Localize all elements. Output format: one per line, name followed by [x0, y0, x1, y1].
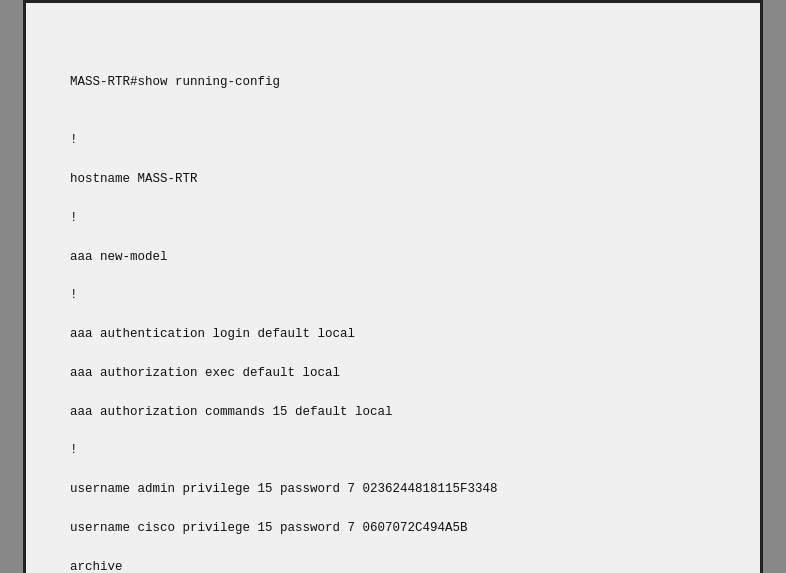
line-aaa-auth-exec: aaa authorization exec default local: [70, 366, 340, 380]
line-hostname: hostname MASS-RTR: [70, 172, 198, 186]
terminal-content: MASS-RTR#show running-config ! hostname …: [40, 54, 746, 573]
line-username-cisco: username cisco privilege 15 password 7 0…: [70, 521, 468, 535]
line-excl-2: !: [70, 211, 78, 225]
terminal-window: MASS-RTR#show running-config ! hostname …: [23, 0, 763, 573]
line-aaa-auth-cmds: aaa authorization commands 15 default lo…: [70, 405, 393, 419]
line-excl-3: !: [70, 288, 78, 302]
line-excl-1: !: [70, 133, 78, 147]
line-aaa-auth-login: aaa authentication login default local: [70, 327, 355, 341]
prompt-1: MASS-RTR#show running-config: [70, 75, 280, 89]
line-excl-4: !: [70, 443, 78, 457]
line-archive: archive: [70, 560, 123, 574]
line-aaa-new-model: aaa new-model: [70, 250, 168, 264]
line-username-admin: username admin privilege 15 password 7 0…: [70, 482, 498, 496]
